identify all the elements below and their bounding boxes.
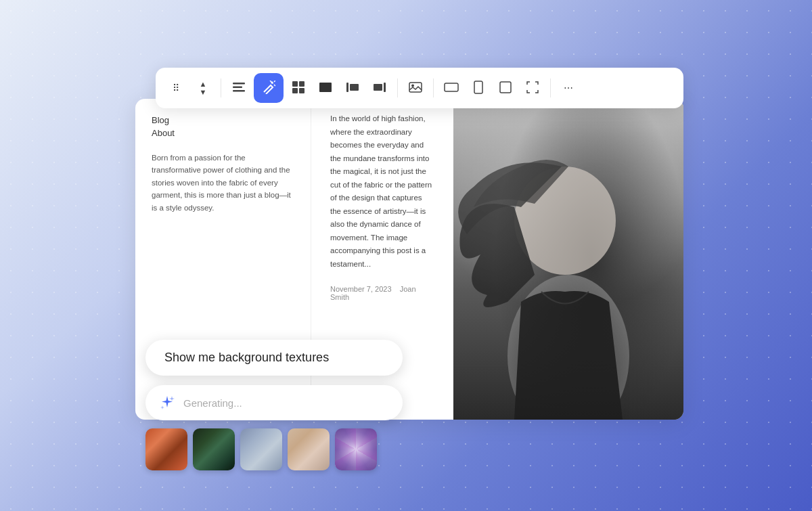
divider-3 bbox=[433, 79, 434, 97]
blog-nav: Blog About bbox=[152, 115, 294, 138]
blog-description: Born from a passion for the transformati… bbox=[152, 152, 294, 214]
article-date: November 7, 2023 bbox=[330, 285, 392, 293]
svg-rect-10 bbox=[299, 88, 304, 93]
texture-thumb-orange[interactable] bbox=[145, 428, 187, 470]
fill-icon bbox=[319, 83, 332, 94]
rect-tall-button[interactable] bbox=[466, 76, 491, 100]
article-meta: November 7, 2023 Joan Smith bbox=[330, 285, 434, 301]
fullscreen-icon bbox=[526, 81, 539, 95]
svg-rect-9 bbox=[292, 88, 298, 93]
rect-wide-button[interactable] bbox=[439, 76, 464, 100]
svg-rect-20 bbox=[500, 82, 511, 93]
fashion-image bbox=[453, 99, 683, 420]
ai-input-area[interactable]: Generating... bbox=[145, 385, 403, 420]
article-body: In the world of high fashion, where the … bbox=[330, 112, 434, 271]
image-icon bbox=[409, 82, 422, 95]
rect-square-button[interactable] bbox=[493, 76, 518, 100]
align-left-button[interactable] bbox=[227, 76, 251, 100]
divider-2 bbox=[397, 79, 398, 97]
svg-rect-1 bbox=[233, 86, 242, 88]
sparkle-icon bbox=[159, 395, 175, 411]
ai-suggestion-bubble[interactable]: Show me background textures bbox=[145, 340, 403, 376]
fullscreen-button[interactable] bbox=[520, 76, 545, 100]
chevron-up-icon: ▲ bbox=[200, 80, 207, 88]
svg-rect-12 bbox=[346, 83, 348, 92]
svg-rect-13 bbox=[350, 84, 359, 91]
figure-svg bbox=[453, 99, 683, 420]
fashion-image-panel bbox=[453, 99, 683, 420]
svg-rect-11 bbox=[319, 83, 332, 92]
svg-rect-7 bbox=[292, 81, 298, 87]
svg-line-5 bbox=[270, 81, 271, 82]
move-button[interactable]: ▲ ▼ bbox=[191, 76, 215, 100]
texture-thumb-skin[interactable] bbox=[288, 428, 330, 470]
image-button[interactable] bbox=[403, 76, 428, 100]
blog-nav-blog[interactable]: Blog bbox=[152, 115, 294, 125]
drag-icon: ⠿ bbox=[173, 83, 179, 93]
svg-line-6 bbox=[274, 85, 275, 86]
texture-thumb-bluegray[interactable] bbox=[240, 428, 282, 470]
svg-rect-18 bbox=[445, 83, 458, 91]
wand-button[interactable] bbox=[254, 73, 284, 103]
texture-strip bbox=[145, 428, 377, 470]
svg-point-3 bbox=[272, 83, 273, 84]
rect-wide-icon bbox=[444, 83, 459, 94]
align-bar1-icon bbox=[346, 83, 359, 94]
texture-thumb-purple[interactable] bbox=[335, 428, 377, 470]
align-bar1-button[interactable] bbox=[340, 76, 365, 100]
fill-button[interactable] bbox=[313, 76, 338, 100]
drag-handle-button[interactable]: ⠿ bbox=[164, 76, 188, 100]
rect-square-icon bbox=[499, 81, 512, 95]
align-left-icon bbox=[233, 83, 245, 94]
svg-rect-15 bbox=[374, 84, 382, 91]
svg-rect-14 bbox=[384, 83, 386, 92]
svg-rect-0 bbox=[233, 83, 245, 85]
divider-4 bbox=[550, 79, 551, 97]
ai-suggestion-text: Show me background textures bbox=[164, 351, 329, 364]
svg-rect-19 bbox=[474, 81, 482, 93]
grid-button[interactable] bbox=[286, 76, 311, 100]
rect-tall-icon bbox=[474, 81, 483, 96]
svg-line-4 bbox=[274, 81, 275, 82]
texture-thumb-green[interactable] bbox=[193, 428, 235, 470]
more-icon: ⋯ bbox=[564, 83, 573, 93]
align-bar2-button[interactable] bbox=[367, 76, 392, 100]
more-options-button[interactable]: ⋯ bbox=[556, 76, 581, 100]
blog-nav-about[interactable]: About bbox=[152, 128, 294, 138]
svg-rect-16 bbox=[409, 83, 422, 92]
svg-rect-8 bbox=[299, 81, 304, 87]
grid-icon bbox=[292, 81, 304, 95]
wand-icon bbox=[262, 81, 275, 96]
align-bar2-icon bbox=[374, 83, 386, 94]
svg-rect-2 bbox=[233, 90, 245, 92]
divider-1 bbox=[221, 79, 221, 97]
svg-point-17 bbox=[411, 84, 414, 87]
chevron-down-icon: ▼ bbox=[200, 88, 207, 96]
ai-generating-text: Generating... bbox=[183, 397, 389, 409]
editor-toolbar: ⠿ ▲ ▼ bbox=[156, 68, 683, 108]
